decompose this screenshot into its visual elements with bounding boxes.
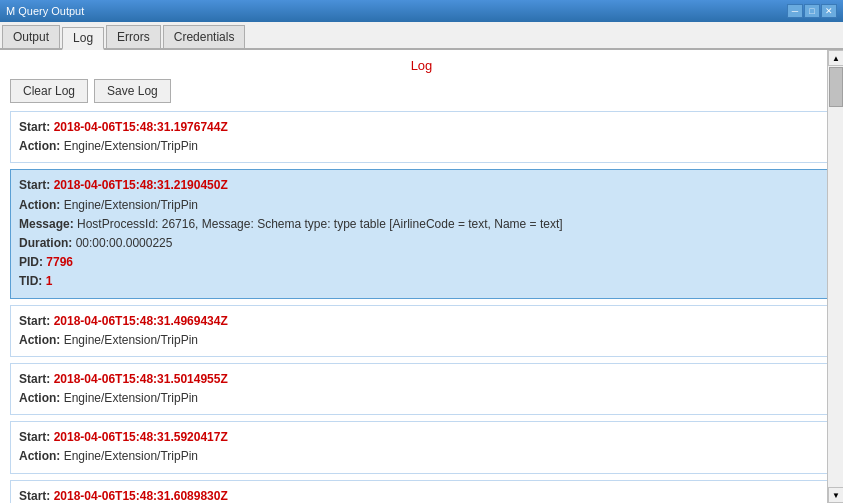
log-field-value: 2018-04-06T15:48:31.6089830Z xyxy=(54,489,228,503)
tab-bar: Output Log Errors Credentials xyxy=(0,22,843,50)
log-section-title: Log xyxy=(0,50,843,79)
scroll-up-button[interactable]: ▲ xyxy=(828,50,843,66)
log-field-value: 2018-04-06T15:48:31.5014955Z xyxy=(54,372,228,386)
main-area: Log Clear Log Save Log Start: 2018-04-06… xyxy=(0,50,843,503)
log-entry[interactable]: Start: 2018-04-06T15:48:31.5920417ZActio… xyxy=(10,421,831,473)
log-field-label: Start: xyxy=(19,372,54,386)
log-field-label: Action: xyxy=(19,391,64,405)
log-field-value: Engine/Extension/TripPin xyxy=(64,391,198,405)
log-field-label: Action: xyxy=(19,449,64,463)
tab-errors[interactable]: Errors xyxy=(106,25,161,48)
log-field-value: 2018-04-06T15:48:31.1976744Z xyxy=(54,120,228,134)
log-entry[interactable]: Start: 2018-04-06T15:48:31.4969434ZActio… xyxy=(10,305,831,357)
log-entry[interactable]: Start: 2018-04-06T15:48:31.1976744ZActio… xyxy=(10,111,831,163)
scrollbar-track[interactable]: ▲ ▼ xyxy=(827,50,843,503)
log-field-label: Action: xyxy=(19,333,64,347)
log-field-label: Message: xyxy=(19,217,77,231)
log-field-label: TID: xyxy=(19,274,46,288)
log-field-value: 00:00:00.0000225 xyxy=(76,236,173,250)
tab-credentials[interactable]: Credentials xyxy=(163,25,246,48)
maximize-button[interactable]: □ xyxy=(804,4,820,18)
log-content[interactable]: Start: 2018-04-06T15:48:31.1976744ZActio… xyxy=(0,111,841,503)
log-field-label: Start: xyxy=(19,120,54,134)
log-field-value: 2018-04-06T15:48:31.5920417Z xyxy=(54,430,228,444)
scroll-down-button[interactable]: ▼ xyxy=(828,487,843,503)
save-log-button[interactable]: Save Log xyxy=(94,79,171,103)
log-field-label: Action: xyxy=(19,139,64,153)
tab-output[interactable]: Output xyxy=(2,25,60,48)
tab-log[interactable]: Log xyxy=(62,27,104,50)
title-bar-controls: ─ □ ✕ xyxy=(787,4,837,18)
log-entry[interactable]: Start: 2018-04-06T15:48:31.6089830ZActio… xyxy=(10,480,831,503)
log-entry[interactable]: Start: 2018-04-06T15:48:31.5014955ZActio… xyxy=(10,363,831,415)
log-field-value: 1 xyxy=(46,274,53,288)
log-field-label: Start: xyxy=(19,178,54,192)
window-title: M Query Output xyxy=(6,5,84,17)
log-field-label: Start: xyxy=(19,314,54,328)
log-entry[interactable]: Start: 2018-04-06T15:48:31.2190450ZActio… xyxy=(10,169,831,298)
log-field-label: Action: xyxy=(19,198,64,212)
clear-log-button[interactable]: Clear Log xyxy=(10,79,88,103)
minimize-button[interactable]: ─ xyxy=(787,4,803,18)
log-field-label: PID: xyxy=(19,255,46,269)
log-field-label: Start: xyxy=(19,430,54,444)
log-field-value: HostProcessId: 26716, Message: Schema ty… xyxy=(77,217,563,231)
title-bar: M Query Output ─ □ ✕ xyxy=(0,0,843,22)
close-button[interactable]: ✕ xyxy=(821,4,837,18)
scrollbar-thumb[interactable] xyxy=(829,67,843,107)
log-field-value: 2018-04-06T15:48:31.4969434Z xyxy=(54,314,228,328)
title-bar-left: M Query Output xyxy=(6,5,84,17)
log-field-value: 7796 xyxy=(46,255,73,269)
log-field-value: Engine/Extension/TripPin xyxy=(64,198,198,212)
log-field-label: Duration: xyxy=(19,236,76,250)
log-field-value: Engine/Extension/TripPin xyxy=(64,139,198,153)
log-field-value: 2018-04-06T15:48:31.2190450Z xyxy=(54,178,228,192)
log-field-value: Engine/Extension/TripPin xyxy=(64,333,198,347)
toolbar: Clear Log Save Log xyxy=(0,79,843,111)
log-field-label: Start: xyxy=(19,489,54,503)
log-field-value: Engine/Extension/TripPin xyxy=(64,449,198,463)
